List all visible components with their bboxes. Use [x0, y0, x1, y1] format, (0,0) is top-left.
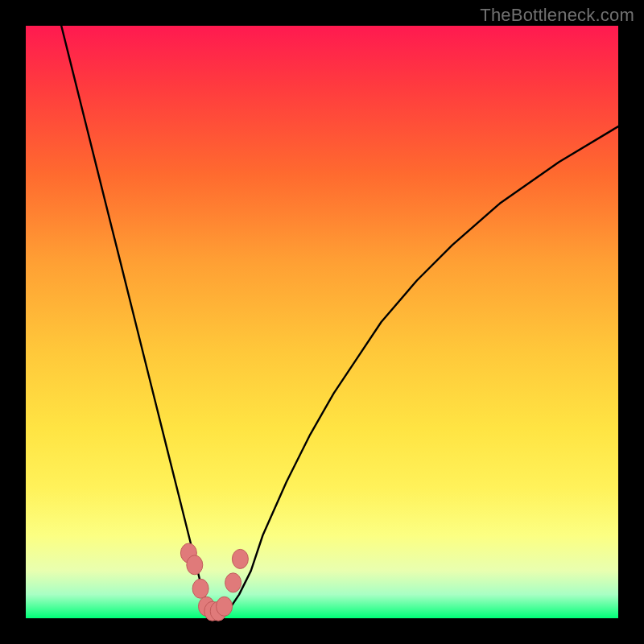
marker-dot [225, 573, 242, 592]
bottleneck-curve [61, 26, 618, 613]
marker-dot [232, 549, 248, 568]
chart-frame: TheBottleneck.com [0, 0, 644, 644]
highlight-markers [180, 543, 248, 621]
chart-svg [26, 26, 618, 618]
watermark-text: TheBottleneck.com [480, 5, 634, 26]
marker-dot [192, 579, 208, 598]
marker-dot [187, 555, 203, 575]
marker-dot [217, 597, 233, 616]
